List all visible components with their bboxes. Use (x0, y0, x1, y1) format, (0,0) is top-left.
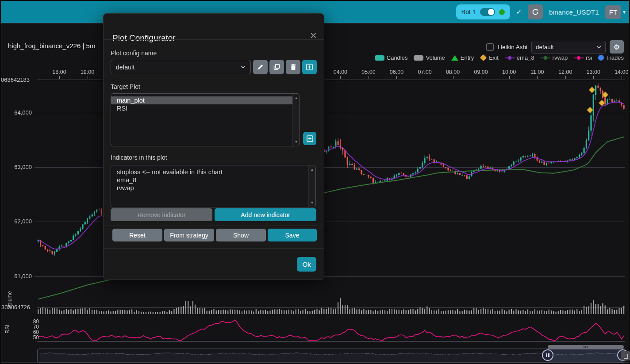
navigator-selection[interactable] (548, 349, 623, 362)
indicators-listbox[interactable]: stoploss <-- not available in this chart… (111, 165, 316, 207)
navigator-left-handle[interactable] (542, 349, 553, 361)
bot-toggle[interactable] (480, 8, 495, 16)
plus-square-icon (307, 135, 313, 142)
legend-label: Entry (461, 54, 474, 61)
delete-config-button[interactable] (286, 60, 300, 74)
chart-legend: CandlesVolumeEntryExitema_8rvwaprsiTrade… (375, 54, 624, 61)
list-item[interactable]: rvwap (111, 184, 308, 192)
add-config-button[interactable] (302, 60, 317, 74)
pair-label: binance_USDT1 (549, 8, 599, 16)
slider-grip-icon (584, 346, 588, 348)
plot-settings-button[interactable]: ⚙ (610, 40, 624, 54)
remove-indicator-button[interactable]: Remove indicator (111, 208, 212, 221)
legend-item-entry[interactable]: Entry (451, 54, 474, 61)
ema_8-legend-marker (505, 56, 515, 60)
entry-legend-marker (451, 55, 458, 61)
list-item[interactable]: main_plot (111, 96, 292, 104)
show-button[interactable]: Show (216, 229, 266, 241)
refresh-button[interactable] (528, 4, 543, 19)
target-plot-label: Target Plot (111, 83, 140, 90)
gear-icon: ⚙ (614, 43, 620, 51)
listbox-scrollbar[interactable]: ▲ ▼ (308, 165, 315, 207)
duplicate-config-button[interactable] (269, 60, 284, 74)
toggle-knob (488, 9, 494, 15)
legend-label: Volume (426, 54, 445, 61)
edit-config-button[interactable] (253, 60, 268, 74)
divider (104, 226, 324, 226)
plot-configurator-modal: Plot Configurator × Plot config name def… (103, 13, 324, 280)
listbox-scrollbar[interactable]: ▲ ▼ (292, 94, 300, 146)
legend-label: Candles (387, 54, 408, 61)
heikin-ashi-checkbox[interactable] (486, 43, 494, 51)
modal-title: Plot Configurator (112, 33, 176, 43)
scroll-up-icon[interactable]: ▲ (293, 96, 300, 100)
reset-button[interactable]: Reset (112, 229, 162, 241)
legend-item-ema_8[interactable]: ema_8 (505, 54, 534, 61)
scroll-down-icon[interactable]: ▼ (309, 201, 315, 205)
chevron-down-icon (596, 46, 601, 49)
navigator-zoom-slider[interactable] (548, 345, 624, 349)
legend-item-exit[interactable]: Exit (480, 54, 499, 61)
list-item[interactable]: RSI (111, 104, 292, 112)
volume-pane-label: Volume (7, 287, 13, 313)
ft-label: FT (609, 8, 617, 16)
legend-item-rsi[interactable]: rsi (574, 54, 592, 61)
plus-square-icon (306, 64, 313, 70)
copy-icon (273, 64, 280, 70)
legend-label: Trades (606, 54, 624, 61)
trash-icon (290, 64, 296, 70)
rvwap-legend-marker (541, 56, 550, 60)
legend-label: ema_8 (517, 54, 534, 61)
bot-online-dot (499, 9, 505, 15)
chart-controls-row: Heikin Ashi default ⚙ (486, 40, 624, 54)
divider (104, 248, 324, 249)
volume-legend-marker (414, 55, 423, 61)
scroll-down-icon[interactable]: ▼ (293, 140, 300, 144)
trades-legend-marker (598, 55, 604, 61)
legend-item-candles[interactable]: Candles (375, 54, 408, 61)
legend-item-volume[interactable]: Volume (414, 54, 445, 61)
rsi-pane-label: RSI (4, 322, 11, 336)
pencil-icon (257, 64, 264, 70)
plot-config-select[interactable]: default (531, 41, 606, 54)
exit-legend-marker (480, 54, 487, 61)
bot-name-label: Bot 1 (461, 8, 476, 15)
save-button[interactable]: Save (268, 229, 317, 241)
rsi-legend-marker (574, 56, 584, 60)
ok-button[interactable]: Ok (297, 257, 316, 272)
resize-grip[interactable] (621, 351, 630, 360)
plot-config-select-value: default (536, 44, 554, 50)
check-icon: ✓ (516, 8, 522, 16)
refresh-icon (532, 8, 539, 15)
indicators-label: Indicators in this plot (111, 154, 167, 161)
config-name-select-value: default (116, 64, 134, 71)
ft-menu-button[interactable]: FT (605, 5, 621, 19)
list-item[interactable]: stoploss <-- not available in this chart (111, 168, 308, 176)
chevron-down-icon: ▼ (622, 10, 626, 15)
legend-label: rsi (586, 54, 592, 61)
add-new-indicator-button[interactable]: Add new indicator (215, 208, 316, 221)
divider (104, 151, 324, 151)
chart-title: high_frog_binance_v226 | 5m (8, 42, 95, 50)
scroll-up-icon[interactable]: ▲ (309, 168, 315, 172)
divider (104, 79, 324, 79)
list-item[interactable]: ema_8 (111, 176, 308, 184)
config-name-select[interactable]: default (111, 60, 251, 74)
target-plot-listbox[interactable]: main_plotRSI ▲ ▼ (111, 93, 300, 146)
from-strategy-button[interactable]: From strategy (164, 229, 214, 241)
legend-item-trades[interactable]: Trades (598, 54, 624, 61)
chevron-down-icon (241, 65, 246, 69)
legend-label: rvwap (553, 54, 568, 61)
candles-legend-marker (375, 55, 384, 61)
legend-label: Exit (489, 54, 499, 61)
bot-selector-chip[interactable]: Bot 1 (456, 4, 510, 19)
chart-navigator[interactable] (37, 349, 626, 363)
heikin-ashi-label: Heikin Ashi (498, 44, 527, 50)
divider (104, 39, 324, 40)
legend-item-rvwap[interactable]: rvwap (541, 54, 568, 61)
plot-config-name-label: Plot config name (111, 50, 157, 57)
add-plot-button[interactable] (303, 132, 316, 145)
